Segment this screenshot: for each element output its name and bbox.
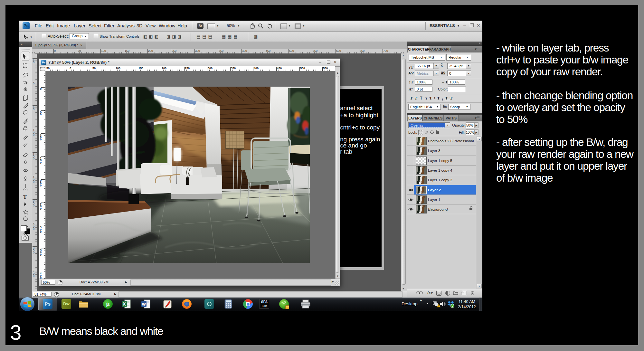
svg-text:X: X [123, 301, 126, 307]
svg-text:W: W [142, 302, 146, 307]
svg-text:!: ! [438, 305, 439, 308]
svg-text:T: T [23, 194, 27, 200]
